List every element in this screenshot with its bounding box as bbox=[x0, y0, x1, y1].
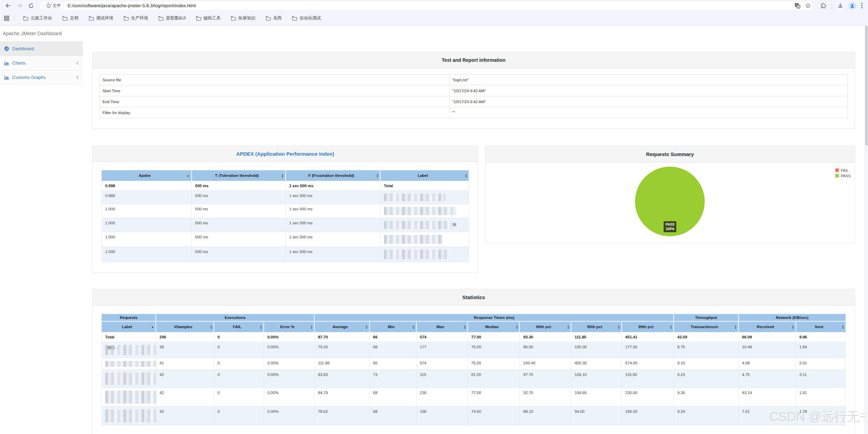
table-cell: 43.14 bbox=[739, 388, 796, 407]
table-cell: 177.00 bbox=[622, 342, 674, 358]
url-text: E:/sxm/software/java/apache-jmeter-5.6.3… bbox=[68, 3, 791, 8]
info-value: "10/17/24 9:42 AM" bbox=[450, 100, 848, 104]
table-cell: 0.00% bbox=[264, 342, 314, 358]
sidebar: DashboardChartsCustoms Graphs bbox=[0, 41, 83, 85]
stats-column-header[interactable]: 99th pct▲▼ bbox=[622, 321, 674, 332]
bookmark-folder[interactable]: 原型图&UI bbox=[156, 14, 189, 22]
folder-icon bbox=[124, 16, 129, 20]
apdex-column-header[interactable]: F (Frustration threshold)▲▼ bbox=[286, 170, 380, 181]
bookmark-folder[interactable]: 云效工作台 bbox=[20, 14, 55, 22]
page-scrollbar[interactable] bbox=[865, 26, 868, 434]
table-cell: 41 bbox=[156, 358, 214, 370]
sidebar-item-dashboard[interactable]: Dashboard bbox=[0, 41, 83, 56]
sort-icon: ▲▼ bbox=[412, 325, 414, 329]
info-row: End Time"10/17/24 9:42 AM" bbox=[100, 96, 848, 107]
table-cell-label bbox=[380, 191, 469, 204]
table-row: 4100.00%111.986657475.00243.40450.30574.… bbox=[102, 358, 846, 370]
stats-column-header[interactable]: Max▲▼ bbox=[416, 321, 468, 332]
legend-entry: FAIL bbox=[835, 168, 851, 172]
stats-column-header[interactable]: Label▲ bbox=[102, 321, 156, 332]
table-cell: 83.83 bbox=[314, 370, 369, 388]
bookmark-star-icon[interactable] bbox=[805, 3, 811, 9]
table-cell: 111.85 bbox=[571, 332, 622, 342]
bookmark-folder[interactable]: 生产环境 bbox=[121, 14, 151, 22]
requests-summary-title: Requests Summary bbox=[485, 146, 855, 163]
table-cell: 66 bbox=[370, 332, 416, 342]
table-cell: 1.84 bbox=[796, 342, 846, 358]
sort-icon: ▲▼ bbox=[516, 325, 518, 329]
reload-button[interactable] bbox=[27, 1, 36, 10]
table-cell: 1.78 bbox=[796, 407, 846, 425]
bookmark-folder[interactable]: 测试环境 bbox=[86, 14, 116, 22]
bookmark-folder[interactable]: 辅助工具 bbox=[193, 14, 223, 22]
sidebar-item-customs-graphs[interactable]: Customs Graphs bbox=[0, 70, 83, 85]
sidebar-item-charts[interactable]: Charts bbox=[0, 56, 83, 70]
table-cell: 68 bbox=[370, 388, 416, 407]
bookmark-folder[interactable]: 自动化测试 bbox=[289, 14, 324, 22]
pass-pie-slice: PASS 100% bbox=[635, 167, 705, 236]
redacted-label bbox=[105, 409, 157, 422]
bookmark-folder[interactable]: 文档 bbox=[60, 14, 81, 22]
table-cell: 76.00 bbox=[468, 342, 520, 358]
table-row: 接口 -3900.00%79.266817776.0086.00105.0017… bbox=[102, 342, 846, 358]
table-cell: 0 bbox=[214, 332, 264, 342]
stats-group-header: Executions bbox=[156, 314, 314, 322]
stats-column-header[interactable]: Transactions/s▲▼ bbox=[674, 321, 738, 332]
legend-swatch bbox=[835, 173, 839, 178]
table-cell: 1.91 bbox=[796, 388, 846, 407]
profile-avatar[interactable] bbox=[849, 2, 856, 10]
redacted-label-fragment: 接口 - bbox=[107, 345, 118, 350]
bookmarks-separator bbox=[14, 15, 14, 21]
apps-grid-icon[interactable] bbox=[4, 16, 9, 21]
test-info-panel: Test and Report information Source file"… bbox=[92, 52, 855, 129]
apdex-column-header[interactable]: T (Toleration threshold)▲▼ bbox=[192, 170, 286, 181]
folder-icon bbox=[63, 16, 68, 20]
sort-icon: ▲▼ bbox=[464, 325, 466, 329]
table-cell: 500 ms bbox=[192, 218, 286, 232]
redacted-label bbox=[384, 221, 452, 229]
bookmark-folder[interactable]: 拓展知识 bbox=[228, 14, 258, 22]
folder-icon bbox=[159, 16, 164, 20]
apdex-column-header[interactable]: Label▲▼ bbox=[380, 170, 469, 181]
apdex-panel: APDEX (Application Performance Index) Ap… bbox=[92, 146, 478, 273]
table-cell: 94.00 bbox=[571, 407, 622, 425]
forward-button[interactable] bbox=[15, 1, 24, 10]
stats-column-header[interactable]: Average▲▼ bbox=[314, 321, 369, 332]
apdex-column-header[interactable]: Apdex▲ bbox=[102, 170, 192, 181]
menu-kebab-icon[interactable] bbox=[861, 3, 863, 9]
table-cell: 0 bbox=[214, 342, 264, 358]
statistics-table: RequestsExecutionsResponse Times (ms)Thr… bbox=[101, 314, 846, 425]
bookmark-folder[interactable]: 岳西 bbox=[263, 14, 285, 22]
stats-column-header[interactable]: Sent▲▼ bbox=[796, 321, 846, 332]
back-button[interactable] bbox=[3, 1, 12, 10]
extensions-icon[interactable] bbox=[821, 3, 827, 9]
table-cell: 1 sec 500 ms bbox=[286, 181, 380, 191]
sort-icon: ▲▼ bbox=[465, 174, 467, 178]
table-cell: 1.000 bbox=[102, 204, 192, 218]
translate-icon[interactable]: G文 bbox=[795, 3, 800, 9]
stats-column-header[interactable]: Error %▲▼ bbox=[264, 321, 314, 332]
redacted-label bbox=[384, 207, 456, 215]
downloads-icon[interactable] bbox=[837, 3, 843, 9]
info-label: Start Time bbox=[100, 85, 450, 96]
table-cell: 92.70 bbox=[520, 388, 571, 407]
table-cell: 9.96 bbox=[796, 332, 846, 342]
stats-column-header[interactable]: FAIL▲▼ bbox=[214, 321, 264, 332]
table-cell: 8.75 bbox=[674, 342, 738, 358]
table-cell: 42 bbox=[156, 407, 214, 425]
folder-icon bbox=[196, 16, 201, 20]
redacted-label bbox=[384, 194, 445, 201]
stats-column-header[interactable]: Min▲▼ bbox=[370, 321, 416, 332]
scheme-chip-label: 文件 bbox=[53, 3, 61, 9]
stats-group-header: Response Times (ms) bbox=[314, 314, 674, 322]
stats-column-header[interactable]: 90th pct▲▼ bbox=[520, 321, 571, 332]
stats-column-header[interactable]: Received▲▼ bbox=[739, 321, 796, 332]
redacted-label bbox=[105, 361, 156, 367]
stats-column-header[interactable]: #Samples▲▼ bbox=[156, 321, 214, 332]
stats-column-header[interactable]: 95th pct▲▼ bbox=[571, 321, 622, 332]
address-bar[interactable]: 文件 E:/sxm/software/java/apache-jmeter-5.… bbox=[40, 1, 813, 10]
table-cell: 0.00% bbox=[264, 370, 314, 388]
file-scheme-chip[interactable]: 文件 bbox=[43, 2, 64, 9]
scrollbar-thumb[interactable] bbox=[865, 26, 868, 145]
stats-column-header[interactable]: Median▲▼ bbox=[468, 321, 520, 332]
